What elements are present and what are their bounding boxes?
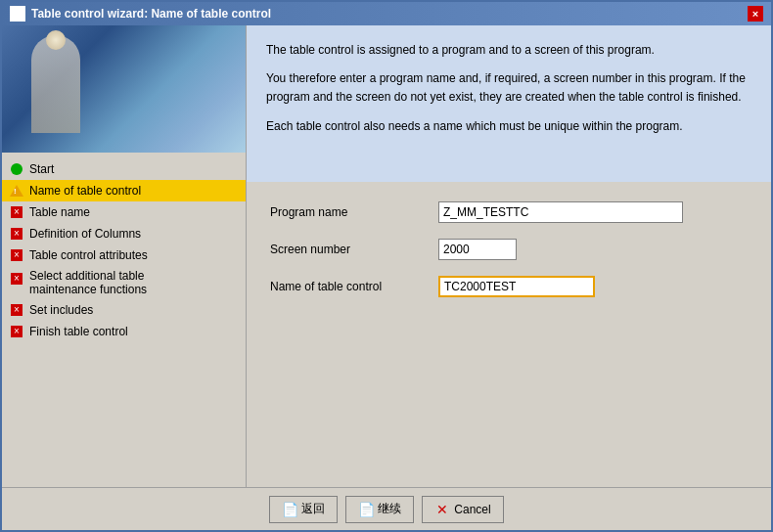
screen-number-input[interactable] — [438, 239, 517, 260]
back-label: 返回 — [301, 501, 325, 517]
close-button[interactable]: × — [748, 6, 763, 22]
warning-icon-name — [10, 184, 23, 198]
nav-label-finish-table-control: Finish table control — [29, 325, 128, 338]
nav-item-start[interactable]: Start — [2, 158, 246, 180]
nav-item-finish-table-control[interactable]: Finish table control — [2, 321, 246, 342]
left-panel: Start Name of table control — [2, 25, 247, 487]
red-icon-select — [10, 272, 23, 286]
back-icon: 📄 — [282, 502, 297, 517]
continue-button[interactable]: 📄 继续 — [345, 496, 414, 523]
form-row-table-control-name: Name of table control — [270, 276, 748, 297]
red-icon-attributes — [10, 248, 23, 262]
nav-item-select-additional[interactable]: Select additional tablemaintenance funct… — [2, 266, 246, 299]
nav-label-start: Start — [29, 162, 54, 176]
cancel-label: Cancel — [454, 503, 490, 516]
nav-label-definition-of-columns: Definition of Columns — [29, 227, 141, 241]
description-para2: You therefore enter a program name and, … — [266, 69, 751, 107]
nav-item-set-includes[interactable]: Set includes — [2, 299, 246, 321]
form-row-program-name: Program name — [270, 201, 748, 223]
window-icon: ⊞ — [10, 6, 25, 22]
back-button[interactable]: 📄 返回 — [269, 496, 338, 523]
continue-icon: 📄 — [358, 502, 374, 517]
title-bar-left: ⊞ Table control wizard: Name of table co… — [10, 6, 271, 22]
cancel-button[interactable]: ✕ Cancel — [422, 496, 503, 523]
window-title: Table control wizard: Name of table cont… — [31, 7, 271, 21]
description-para1: The table control is assigned to a progr… — [266, 41, 751, 60]
start-icon — [10, 162, 23, 176]
nav-label-name-of-table-control: Name of table control — [29, 184, 141, 198]
wizard-image — [2, 25, 246, 153]
red-icon-finish — [10, 325, 23, 338]
nav-label-select-additional: Select additional tablemaintenance funct… — [29, 269, 147, 296]
nav-label-table-control-attributes: Table control attributes — [29, 248, 148, 262]
screen-number-label: Screen number — [270, 243, 427, 256]
window-body: Start Name of table control — [2, 25, 771, 530]
nav-item-table-control-attributes[interactable]: Table control attributes — [2, 244, 246, 266]
red-icon-includes — [10, 303, 23, 317]
form-area: Program name Screen number Name of table… — [247, 182, 771, 487]
main-window: ⊞ Table control wizard: Name of table co… — [0, 0, 773, 532]
cancel-icon: ✕ — [434, 502, 450, 517]
right-panel: The table control is assigned to a progr… — [247, 25, 771, 487]
table-control-name-label: Name of table control — [270, 280, 427, 293]
description-para3: Each table control also needs a name whi… — [266, 117, 751, 136]
description-area: The table control is assigned to a progr… — [247, 25, 771, 182]
nav-item-definition-of-columns[interactable]: Definition of Columns — [2, 223, 246, 244]
program-name-label: Program name — [270, 205, 427, 219]
nav-label-set-includes: Set includes — [29, 303, 93, 317]
bottom-bar: 📄 返回 📄 继续 ✕ Cancel — [2, 487, 771, 530]
form-row-screen-number: Screen number — [270, 239, 748, 260]
nav-item-table-name[interactable]: Table name — [2, 201, 246, 223]
red-icon-definition — [10, 227, 23, 241]
continue-label: 继续 — [378, 501, 401, 517]
nav-label-table-name: Table name — [29, 205, 90, 219]
title-bar: ⊞ Table control wizard: Name of table co… — [2, 2, 771, 25]
red-icon-table-name — [10, 205, 23, 219]
table-control-name-input[interactable] — [438, 276, 595, 297]
nav-list: Start Name of table control — [2, 153, 246, 487]
main-content: Start Name of table control — [2, 25, 771, 487]
program-name-input[interactable] — [438, 201, 683, 223]
nav-item-name-of-table-control[interactable]: Name of table control — [2, 180, 246, 201]
